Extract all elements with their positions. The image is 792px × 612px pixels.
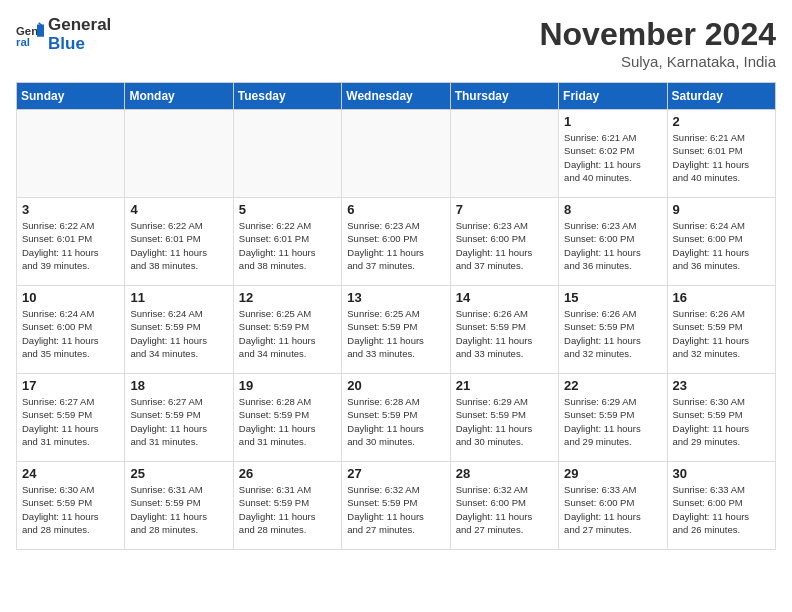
day-info: Sunrise: 6:31 AM Sunset: 5:59 PM Dayligh… [239,483,336,536]
day-number: 11 [130,290,227,305]
day-number: 22 [564,378,661,393]
day-info: Sunrise: 6:27 AM Sunset: 5:59 PM Dayligh… [22,395,119,448]
day-info: Sunrise: 6:24 AM Sunset: 6:00 PM Dayligh… [673,219,770,272]
day-info: Sunrise: 6:28 AM Sunset: 5:59 PM Dayligh… [347,395,444,448]
day-number: 12 [239,290,336,305]
calendar-cell: 21Sunrise: 6:29 AM Sunset: 5:59 PM Dayli… [450,374,558,462]
day-info: Sunrise: 6:29 AM Sunset: 5:59 PM Dayligh… [564,395,661,448]
calendar-cell [17,110,125,198]
calendar-cell: 23Sunrise: 6:30 AM Sunset: 5:59 PM Dayli… [667,374,775,462]
week-row-1: 1Sunrise: 6:21 AM Sunset: 6:02 PM Daylig… [17,110,776,198]
calendar-cell: 12Sunrise: 6:25 AM Sunset: 5:59 PM Dayli… [233,286,341,374]
calendar-cell: 4Sunrise: 6:22 AM Sunset: 6:01 PM Daylig… [125,198,233,286]
logo-icon: Gene ral [16,21,44,49]
weekday-header-sunday: Sunday [17,83,125,110]
calendar-cell: 26Sunrise: 6:31 AM Sunset: 5:59 PM Dayli… [233,462,341,550]
day-number: 25 [130,466,227,481]
day-number: 24 [22,466,119,481]
day-info: Sunrise: 6:27 AM Sunset: 5:59 PM Dayligh… [130,395,227,448]
calendar-cell: 15Sunrise: 6:26 AM Sunset: 5:59 PM Dayli… [559,286,667,374]
calendar-cell: 25Sunrise: 6:31 AM Sunset: 5:59 PM Dayli… [125,462,233,550]
week-row-4: 17Sunrise: 6:27 AM Sunset: 5:59 PM Dayli… [17,374,776,462]
calendar-cell [450,110,558,198]
day-number: 14 [456,290,553,305]
day-number: 8 [564,202,661,217]
location: Sulya, Karnataka, India [539,53,776,70]
calendar-cell: 19Sunrise: 6:28 AM Sunset: 5:59 PM Dayli… [233,374,341,462]
day-info: Sunrise: 6:22 AM Sunset: 6:01 PM Dayligh… [130,219,227,272]
day-number: 21 [456,378,553,393]
calendar-cell: 1Sunrise: 6:21 AM Sunset: 6:02 PM Daylig… [559,110,667,198]
day-number: 28 [456,466,553,481]
day-number: 5 [239,202,336,217]
day-info: Sunrise: 6:23 AM Sunset: 6:00 PM Dayligh… [347,219,444,272]
day-number: 7 [456,202,553,217]
calendar-cell: 2Sunrise: 6:21 AM Sunset: 6:01 PM Daylig… [667,110,775,198]
day-number: 10 [22,290,119,305]
day-info: Sunrise: 6:30 AM Sunset: 5:59 PM Dayligh… [673,395,770,448]
calendar-cell [125,110,233,198]
calendar-cell [342,110,450,198]
weekday-header-tuesday: Tuesday [233,83,341,110]
week-row-5: 24Sunrise: 6:30 AM Sunset: 5:59 PM Dayli… [17,462,776,550]
calendar-cell: 5Sunrise: 6:22 AM Sunset: 6:01 PM Daylig… [233,198,341,286]
calendar-cell: 20Sunrise: 6:28 AM Sunset: 5:59 PM Dayli… [342,374,450,462]
day-info: Sunrise: 6:33 AM Sunset: 6:00 PM Dayligh… [564,483,661,536]
day-number: 16 [673,290,770,305]
day-info: Sunrise: 6:26 AM Sunset: 5:59 PM Dayligh… [673,307,770,360]
calendar-cell: 30Sunrise: 6:33 AM Sunset: 6:00 PM Dayli… [667,462,775,550]
day-info: Sunrise: 6:25 AM Sunset: 5:59 PM Dayligh… [347,307,444,360]
calendar-cell: 11Sunrise: 6:24 AM Sunset: 5:59 PM Dayli… [125,286,233,374]
svg-text:ral: ral [16,36,30,48]
logo-line1: General [48,16,111,35]
day-number: 6 [347,202,444,217]
day-info: Sunrise: 6:22 AM Sunset: 6:01 PM Dayligh… [22,219,119,272]
calendar-cell: 14Sunrise: 6:26 AM Sunset: 5:59 PM Dayli… [450,286,558,374]
weekday-header-monday: Monday [125,83,233,110]
calendar-cell: 24Sunrise: 6:30 AM Sunset: 5:59 PM Dayli… [17,462,125,550]
day-info: Sunrise: 6:23 AM Sunset: 6:00 PM Dayligh… [456,219,553,272]
day-info: Sunrise: 6:26 AM Sunset: 5:59 PM Dayligh… [564,307,661,360]
weekday-header-wednesday: Wednesday [342,83,450,110]
day-number: 19 [239,378,336,393]
calendar-cell: 7Sunrise: 6:23 AM Sunset: 6:00 PM Daylig… [450,198,558,286]
day-number: 29 [564,466,661,481]
calendar-cell: 27Sunrise: 6:32 AM Sunset: 5:59 PM Dayli… [342,462,450,550]
day-number: 1 [564,114,661,129]
day-info: Sunrise: 6:28 AM Sunset: 5:59 PM Dayligh… [239,395,336,448]
day-info: Sunrise: 6:25 AM Sunset: 5:59 PM Dayligh… [239,307,336,360]
day-number: 26 [239,466,336,481]
calendar-cell: 9Sunrise: 6:24 AM Sunset: 6:00 PM Daylig… [667,198,775,286]
logo: Gene ral General Blue [16,16,111,53]
weekday-header-saturday: Saturday [667,83,775,110]
day-number: 2 [673,114,770,129]
calendar-cell: 6Sunrise: 6:23 AM Sunset: 6:00 PM Daylig… [342,198,450,286]
day-number: 15 [564,290,661,305]
day-number: 17 [22,378,119,393]
day-number: 30 [673,466,770,481]
day-number: 13 [347,290,444,305]
day-number: 9 [673,202,770,217]
day-number: 4 [130,202,227,217]
day-info: Sunrise: 6:32 AM Sunset: 5:59 PM Dayligh… [347,483,444,536]
weekday-header-friday: Friday [559,83,667,110]
month-title: November 2024 [539,16,776,53]
day-info: Sunrise: 6:31 AM Sunset: 5:59 PM Dayligh… [130,483,227,536]
day-info: Sunrise: 6:24 AM Sunset: 5:59 PM Dayligh… [130,307,227,360]
calendar-cell: 28Sunrise: 6:32 AM Sunset: 6:00 PM Dayli… [450,462,558,550]
logo-line2: Blue [48,35,111,54]
calendar-cell: 18Sunrise: 6:27 AM Sunset: 5:59 PM Dayli… [125,374,233,462]
weekday-header-thursday: Thursday [450,83,558,110]
day-number: 18 [130,378,227,393]
day-info: Sunrise: 6:22 AM Sunset: 6:01 PM Dayligh… [239,219,336,272]
calendar-cell: 13Sunrise: 6:25 AM Sunset: 5:59 PM Dayli… [342,286,450,374]
calendar-cell: 17Sunrise: 6:27 AM Sunset: 5:59 PM Dayli… [17,374,125,462]
weekday-header-row: SundayMondayTuesdayWednesdayThursdayFrid… [17,83,776,110]
title-block: November 2024 Sulya, Karnataka, India [539,16,776,70]
day-info: Sunrise: 6:24 AM Sunset: 6:00 PM Dayligh… [22,307,119,360]
calendar-cell: 29Sunrise: 6:33 AM Sunset: 6:00 PM Dayli… [559,462,667,550]
day-info: Sunrise: 6:23 AM Sunset: 6:00 PM Dayligh… [564,219,661,272]
calendar-cell: 16Sunrise: 6:26 AM Sunset: 5:59 PM Dayli… [667,286,775,374]
day-number: 3 [22,202,119,217]
day-number: 20 [347,378,444,393]
